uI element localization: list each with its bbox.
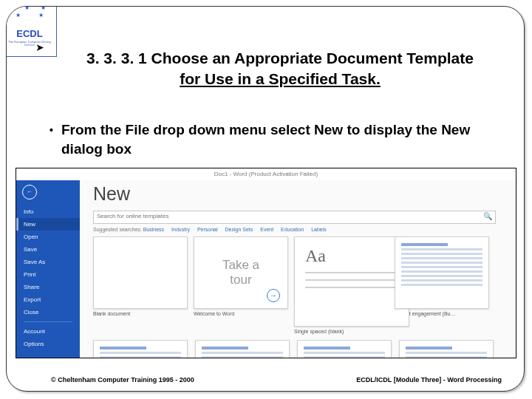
back-icon[interactable]: ← (22, 185, 37, 200)
keyword-file: File (126, 122, 150, 137)
template-search[interactable]: 🔍 (93, 211, 496, 224)
suggested-event[interactable]: Event (260, 227, 273, 232)
project-engagement-thumb (395, 236, 489, 309)
slide-frame: ECDL The European Computer Driving Licen… (6, 6, 525, 392)
template-caption: Single spaced (blank) (294, 329, 387, 334)
bullet-dot-icon: • (50, 123, 53, 137)
bullet-text-pre: From the (61, 122, 126, 137)
search-input[interactable] (94, 211, 461, 221)
template-single-spaced[interactable]: Aa Single spaced (blank) (294, 236, 387, 334)
word-titlebar: Doc1 - Word (Product Activation Failed) (16, 168, 516, 180)
cursor-icon: ➤ (35, 41, 44, 53)
title-line1: 3. 3. 3. 1 Choose an Appropriate Documen… (86, 50, 474, 66)
backstage-sidebar: ← Info New Open Save Save As Print Share… (16, 180, 80, 358)
sidebar-separator (24, 321, 72, 322)
slide-footer: © Cheltenham Computer Training 1995 - 20… (51, 376, 502, 383)
suggested-label: Suggested searches: (93, 227, 142, 232)
template-row2-1[interactable] (93, 340, 188, 358)
single-spaced-thumb: Aa (294, 236, 409, 327)
template-row2-4[interactable] (399, 340, 494, 358)
tour-arrow-icon: → (267, 289, 280, 302)
word-screenshot: Doc1 - Word (Product Activation Failed) … (16, 168, 516, 358)
sidebar-item-account[interactable]: Account (16, 325, 80, 338)
suggested-personal[interactable]: Personal (197, 227, 218, 232)
blank-document-thumb (93, 236, 188, 309)
footer-module: ECDL/ICDL [Module Three] - Word Processi… (356, 376, 502, 383)
bullet-text-mid: drop down menu select (149, 122, 314, 137)
suggested-industry[interactable]: Industry (171, 227, 190, 232)
sidebar-item-info[interactable]: Info (16, 205, 80, 218)
logo-brand: ECDL (6, 28, 56, 39)
template-gallery-row2 (93, 340, 494, 358)
footer-copyright: © Cheltenham Computer Training 1995 - 20… (51, 376, 194, 383)
search-icon[interactable]: 🔍 (483, 212, 492, 220)
sidebar-item-share[interactable]: Share (16, 281, 80, 293)
keyword-new: New (314, 122, 343, 137)
sidebar-item-open[interactable]: Open (16, 231, 80, 243)
logo-subtitle: The European Computer Driving Licence (6, 41, 56, 47)
template-row2-2[interactable] (195, 340, 290, 358)
aa-icon: Aa (305, 246, 398, 266)
sidebar-item-save[interactable]: Save (16, 243, 80, 256)
template-blank-document[interactable]: Blank document (93, 236, 186, 334)
backstage-content: New 🔍 Suggested searches: Business Indus… (80, 180, 516, 358)
bullet-1: • From the File drop down menu select Ne… (61, 120, 490, 158)
template-caption: Welcome to Word (194, 311, 287, 316)
suggested-design-sets[interactable]: Design Sets (225, 227, 253, 232)
template-caption: Blank document (93, 311, 186, 316)
ecdl-logo: ECDL The European Computer Driving Licen… (6, 6, 57, 57)
suggested-business[interactable]: Business (143, 227, 164, 232)
template-welcome-to-word[interactable]: Take atour → Welcome to Word (194, 236, 287, 334)
sidebar-item-new[interactable]: New (16, 218, 80, 231)
suggested-education[interactable]: Education (281, 227, 304, 232)
suggested-labels[interactable]: Labels (311, 227, 327, 232)
slide-title: 3. 3. 3. 1 Choose an Appropriate Documen… (58, 48, 502, 90)
title-line2: for Use in a Specified Task. (180, 70, 381, 87)
sidebar-item-close[interactable]: Close (16, 306, 80, 318)
page-title: New (93, 183, 502, 205)
suggested-searches: Suggested searches: Business Industry Pe… (93, 227, 502, 232)
template-row2-3[interactable] (297, 340, 392, 358)
eu-stars-icon (7, 6, 52, 30)
sidebar-item-save-as[interactable]: Save As (16, 256, 80, 268)
sidebar-item-export[interactable]: Export (16, 293, 80, 306)
take-a-tour-thumb: Take atour → (194, 236, 288, 309)
template-gallery: Blank document Take atour → Welcome to W… (93, 236, 502, 334)
sidebar-item-print[interactable]: Print (16, 268, 80, 281)
sidebar-item-options[interactable]: Options (16, 338, 80, 350)
